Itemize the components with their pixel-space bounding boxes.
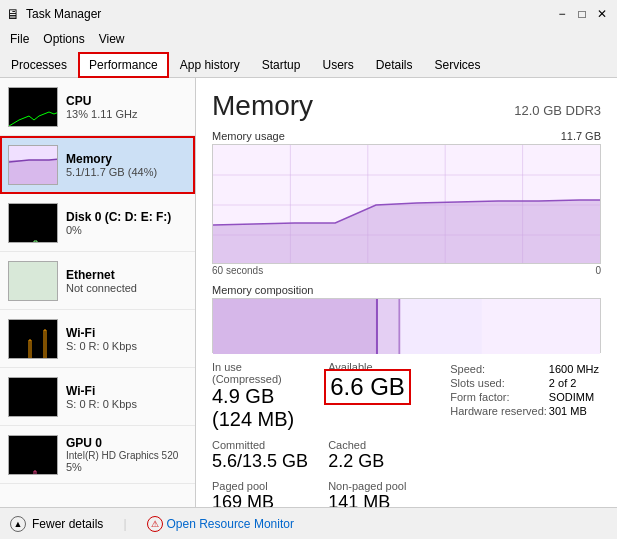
memory-composition-label: Memory composition — [212, 284, 601, 296]
cpu-name: CPU — [66, 94, 138, 108]
cpu-graph — [8, 87, 58, 127]
non-paged-pool-label: Non-paged pool — [328, 480, 428, 492]
maximize-button[interactable]: □ — [573, 5, 591, 23]
menu-options[interactable]: Options — [37, 30, 90, 48]
detail-subtitle: 12.0 GB DDR3 — [514, 103, 601, 118]
cached-label: Cached — [328, 439, 428, 451]
cpu-info: CPU 13% 1.11 GHz — [66, 94, 138, 120]
tab-app-history[interactable]: App history — [169, 51, 251, 77]
cached-value: 2.2 GB — [328, 451, 428, 472]
memory-name: Memory — [66, 152, 157, 166]
sidebar-item-disk[interactable]: Disk 0 (C: D: E: F:) 0% — [0, 194, 195, 252]
close-button[interactable]: ✕ — [593, 5, 611, 23]
wifi2-graph — [8, 377, 58, 417]
form-value: SODIMM — [549, 391, 599, 403]
svg-rect-4 — [9, 320, 58, 359]
disk-graph — [8, 203, 58, 243]
wifi1-name: Wi-Fi — [66, 326, 137, 340]
gpu0-graph — [8, 435, 58, 475]
open-resource-monitor-label: Open Resource Monitor — [167, 517, 294, 531]
cpu-stat: 13% 1.11 GHz — [66, 108, 138, 120]
svg-rect-17 — [213, 299, 376, 354]
non-paged-pool-value: 141 MB — [328, 492, 428, 507]
non-paged-pool-stat: Non-paged pool 141 MB — [328, 480, 428, 507]
right-stats-table: Speed: 1600 MHz Slots used: 2 of 2 Form … — [448, 361, 601, 419]
tab-performance[interactable]: Performance — [78, 52, 169, 78]
title-bar-controls: − □ ✕ — [553, 5, 611, 23]
paged-pool-stat: Paged pool 169 MB — [212, 480, 312, 507]
svg-rect-6 — [9, 436, 58, 475]
memory-usage-chart — [212, 144, 601, 264]
disk-stat: 0% — [66, 224, 171, 236]
tab-users[interactable]: Users — [311, 51, 364, 77]
sidebar: CPU 13% 1.11 GHz Memory 5.1/11.7 GB (44%… — [0, 78, 196, 507]
in-use-stat: In use (Compressed) 4.9 GB (124 MB) — [212, 361, 312, 431]
tab-bar: Processes Performance App history Startu… — [0, 50, 617, 78]
gpu0-name: GPU 0 — [66, 436, 178, 450]
main-content: CPU 13% 1.11 GHz Memory 5.1/11.7 GB (44%… — [0, 78, 617, 507]
fewer-details-button[interactable]: ▲ Fewer details — [10, 516, 103, 532]
menu-view[interactable]: View — [93, 30, 131, 48]
app-icon: 🖥 — [6, 6, 20, 22]
ethernet-info: Ethernet Not connected — [66, 268, 137, 294]
form-label: Form factor: — [450, 391, 547, 403]
separator: | — [123, 517, 126, 531]
paged-pool-label: Paged pool — [212, 480, 312, 492]
committed-stat: Committed 5.6/13.5 GB — [212, 439, 312, 472]
gpu0-info: GPU 0 Intel(R) HD Graphics 520 5% — [66, 436, 178, 473]
committed-value: 5.6/13.5 GB — [212, 451, 312, 472]
ethernet-name: Ethernet — [66, 268, 137, 282]
sidebar-item-ethernet[interactable]: Ethernet Not connected — [0, 252, 195, 310]
sidebar-item-wifi2[interactable]: Wi-Fi S: 0 R: 0 Kbps — [0, 368, 195, 426]
slots-label: Slots used: — [450, 377, 547, 389]
svg-rect-2 — [9, 204, 58, 243]
right-stats: Speed: 1600 MHz Slots used: 2 of 2 Form … — [448, 361, 601, 419]
bottom-bar: ▲ Fewer details | ⚠ Open Resource Monito… — [0, 507, 617, 539]
paged-pool-value: 169 MB — [212, 492, 312, 507]
wifi2-name: Wi-Fi — [66, 384, 137, 398]
sidebar-item-cpu[interactable]: CPU 13% 1.11 GHz — [0, 78, 195, 136]
sidebar-item-memory[interactable]: Memory 5.1/11.7 GB (44%) — [0, 136, 195, 194]
memory-info: Memory 5.1/11.7 GB (44%) — [66, 152, 157, 178]
stats-left: In use (Compressed) 4.9 GB (124 MB) Avai… — [212, 361, 428, 507]
chart-time-label: 60 seconds 0 — [212, 265, 601, 276]
hw-reserved-label: Hardware reserved: — [450, 405, 547, 417]
slots-value: 2 of 2 — [549, 377, 599, 389]
svg-rect-1 — [9, 160, 58, 185]
hw-reserved-value: 301 MB — [549, 405, 599, 417]
sidebar-item-gpu0[interactable]: GPU 0 Intel(R) HD Graphics 520 5% — [0, 426, 195, 484]
speed-value: 1600 MHz — [549, 363, 599, 375]
menu-file[interactable]: File — [4, 30, 35, 48]
ethernet-stat: Not connected — [66, 282, 137, 294]
minimize-button[interactable]: − — [553, 5, 571, 23]
available-label: Available — [328, 361, 428, 373]
memory-stat: 5.1/11.7 GB (44%) — [66, 166, 157, 178]
speed-label: Speed: — [450, 363, 547, 375]
memory-graph — [8, 145, 58, 185]
title-bar-left: 🖥 Task Manager — [6, 6, 101, 22]
tab-details[interactable]: Details — [365, 51, 424, 77]
svg-rect-5 — [9, 378, 58, 417]
memory-composition-chart — [212, 298, 601, 353]
disk-name: Disk 0 (C: D: E: F:) — [66, 210, 171, 224]
title-bar: 🖥 Task Manager − □ ✕ — [0, 0, 617, 28]
memory-usage-label: Memory usage 11.7 GB — [212, 130, 601, 142]
cached-stat: Cached 2.2 GB — [328, 439, 428, 472]
open-resource-monitor-button[interactable]: ⚠ Open Resource Monitor — [147, 516, 294, 532]
available-value: 6.6 GB — [328, 373, 407, 401]
svg-rect-3 — [9, 262, 58, 301]
tab-services[interactable]: Services — [424, 51, 492, 77]
sidebar-item-wifi1[interactable]: Wi-Fi S: 0 R: 0 Kbps — [0, 310, 195, 368]
detail-title: Memory — [212, 90, 313, 122]
committed-label: Committed — [212, 439, 312, 451]
wifi1-info: Wi-Fi S: 0 R: 0 Kbps — [66, 326, 137, 352]
tab-startup[interactable]: Startup — [251, 51, 312, 77]
monitor-icon: ⚠ — [147, 516, 163, 532]
svg-rect-20 — [398, 299, 400, 354]
memory-composition-section: Memory composition — [212, 284, 601, 353]
detail-panel: Memory 12.0 GB DDR3 Memory usage 11.7 GB — [196, 78, 617, 507]
wifi2-stat: S: 0 R: 0 Kbps — [66, 398, 137, 410]
fewer-details-label: Fewer details — [32, 517, 103, 531]
tab-processes[interactable]: Processes — [0, 51, 78, 77]
menu-bar: File Options View — [0, 28, 617, 50]
